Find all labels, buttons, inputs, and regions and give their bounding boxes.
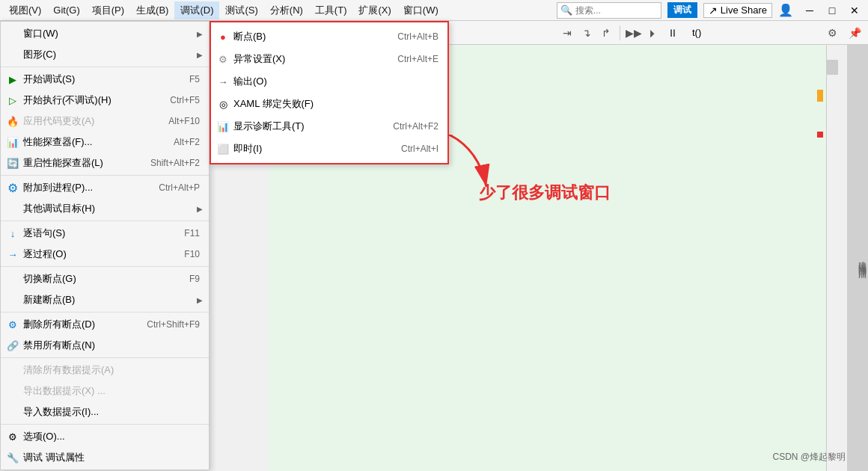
submenu-item-output[interactable]: → 输出(O) xyxy=(211,70,447,93)
menu-item-attach-shortcut: Ctrl+Alt+P xyxy=(144,182,200,193)
menu-item-toggle-bp-shortcut: F9 xyxy=(174,274,200,284)
settings-icon[interactable]: ⚙ xyxy=(823,24,841,42)
pin-icon[interactable]: 📌 xyxy=(846,24,864,42)
debug-toolbar-icon1[interactable]: ⇥ xyxy=(558,24,576,42)
export-data-tips-icon xyxy=(7,385,19,397)
dropdown-overlay: 窗口(W) 图形(C) ▶ 开始调试(S) F5 ▷ 开始执行(不调试)(H) … xyxy=(0,21,210,470)
maximize-button[interactable]: □ xyxy=(822,2,843,19)
apply-changes-icon: 🔥 xyxy=(7,115,19,127)
menu-extensions[interactable]: 扩展(X) xyxy=(352,1,397,19)
menu-analyze[interactable]: 分析(N) xyxy=(264,1,309,19)
debug-toolbar-icon2[interactable]: ↴ xyxy=(578,24,596,42)
submenu-item-exception[interactable]: ⚙ 异常设置(X) Ctrl+Alt+E xyxy=(211,48,447,70)
immediate-icon: ⬜ xyxy=(217,143,229,155)
menu-project[interactable]: 项目(P) xyxy=(86,1,130,19)
menu-item-restart-perf-shortcut: Shift+Alt+F2 xyxy=(135,158,200,168)
submenu-item-xaml[interactable]: ◎ XAML 绑定失败(F) xyxy=(211,93,447,115)
menu-item-step-into[interactable]: ↓ 逐语句(S) F11 xyxy=(1,223,209,244)
exception-icon: ⚙ xyxy=(217,53,229,65)
output-icon: → xyxy=(217,76,229,87)
submenu-item-immediate-shortcut: Ctrl+Alt+I xyxy=(386,144,438,154)
far-right-label: 建议溜溜溜溜溜 xyxy=(857,254,868,265)
breakpoints-icon: ● xyxy=(217,31,229,43)
menu-item-start-nodbg-shortcut: Ctrl+F5 xyxy=(155,95,200,105)
close-button[interactable]: ✕ xyxy=(844,2,865,19)
menu-item-other-targets[interactable]: 其他调试目标(H) xyxy=(1,198,209,219)
restart-perf-icon: 🔄 xyxy=(7,157,19,169)
menu-tools[interactable]: 工具(T) xyxy=(309,1,353,19)
menu-sep2 xyxy=(1,175,209,176)
menu-item-perf[interactable]: 📊 性能探查器(F)... Alt+F2 xyxy=(1,132,209,153)
menu-item-start-debug-label: 开始调试(S) xyxy=(23,73,170,86)
menu-item-new-bp[interactable]: 新建断点(B) xyxy=(1,289,209,310)
graphics-icon xyxy=(7,49,19,61)
menu-item-export-data-tips[interactable]: 导出数据提示(X) ... xyxy=(1,381,209,401)
menu-build[interactable]: 生成(B) xyxy=(130,1,174,19)
menu-item-window-label: 窗口(W) xyxy=(23,27,200,40)
menu-sep6 xyxy=(1,357,209,358)
menu-item-toggle-bp-label: 切换断点(G) xyxy=(23,272,170,286)
submenu-item-xaml-label: XAML 绑定失败(F) xyxy=(233,97,438,111)
live-share-icon: ↗ xyxy=(709,4,718,16)
menu-item-step-over[interactable]: → 逐过程(O) F10 xyxy=(1,244,209,265)
menu-item-import-data-tips[interactable]: 导入数据提示(I)... xyxy=(1,401,209,422)
new-bp-icon xyxy=(7,294,19,306)
menu-item-step-into-label: 逐语句(S) xyxy=(23,227,165,240)
menu-item-restart-perf[interactable]: 🔄 重启性能探查器(L) Shift+Alt+F2 xyxy=(1,153,209,173)
submenu-item-diag-shortcut: Ctrl+Alt+F2 xyxy=(378,121,438,132)
submenu-item-breakpoints-label: 断点(B) xyxy=(233,30,378,43)
search-input[interactable] xyxy=(575,5,650,16)
menu-sep7 xyxy=(1,424,209,425)
options-icon: ⚙ xyxy=(7,431,19,443)
menu-window[interactable]: 窗口(W) xyxy=(397,1,444,19)
delete-all-bp-icon: ⚙ xyxy=(7,318,19,330)
menu-item-clear-data-tips[interactable]: 清除所有数据提示(A) xyxy=(1,360,209,381)
menu-git[interactable]: Git(G) xyxy=(47,2,85,18)
annotation-text: 少了很多调试窗口 xyxy=(479,182,611,204)
submenu-item-breakpoints[interactable]: ● 断点(B) Ctrl+Alt+B xyxy=(211,25,447,48)
menu-item-perf-shortcut: Alt+F2 xyxy=(159,137,200,147)
menu-item-disable-all-bp-label: 禁用所有断点(N) xyxy=(23,339,200,352)
user-icon[interactable]: 👤 xyxy=(778,3,793,17)
minimize-button[interactable]: ─ xyxy=(799,2,820,19)
search-icon: 🔍 xyxy=(560,4,572,16)
debug-toolbar-icon3[interactable]: ↱ xyxy=(597,24,615,42)
menu-item-other-targets-label: 其他调试目标(H) xyxy=(23,202,200,215)
submenu-item-diag[interactable]: 📊 显示诊断工具(T) Ctrl+Alt+F2 xyxy=(211,115,447,138)
live-share-button[interactable]: ↗ Live Share xyxy=(703,3,772,18)
menu-item-debug-props[interactable]: 🔧 调试 调试属性 xyxy=(1,447,209,468)
window-icon xyxy=(7,28,19,40)
menu-item-delete-all-bp[interactable]: ⚙ 删除所有断点(D) Ctrl+Shift+F9 xyxy=(1,314,209,335)
menu-item-delete-all-bp-label: 删除所有断点(D) xyxy=(23,318,127,331)
submenu-item-immediate[interactable]: ⬜ 即时(I) Ctrl+Alt+I xyxy=(211,138,447,160)
scrollbar-thumb[interactable] xyxy=(827,60,838,75)
menu-item-step-into-shortcut: F11 xyxy=(169,228,200,238)
menu-item-disable-all-bp[interactable]: 🔗 禁用所有断点(N) xyxy=(1,335,209,356)
submenu-window: ● 断点(B) Ctrl+Alt+B ⚙ 异常设置(X) Ctrl+Alt+E … xyxy=(210,21,449,164)
menu-item-attach[interactable]: ⚙ 附加到进程(P)... Ctrl+Alt+P xyxy=(1,177,209,198)
menu-item-start-debug[interactable]: ▶ 开始调试(S) F5 xyxy=(1,69,209,90)
menu-debug[interactable]: 调试(D) xyxy=(174,1,219,19)
debug-toolbar-icon4[interactable]: ▶▶ xyxy=(625,24,643,42)
menu-item-window[interactable]: 窗口(W) xyxy=(1,23,209,44)
menu-item-toggle-bp[interactable]: 切换断点(G) F9 xyxy=(1,268,209,289)
debug-toolbar-icon6[interactable]: ⏸ xyxy=(664,24,682,42)
menu-test[interactable]: 测试(S) xyxy=(219,1,263,19)
other-targets-icon xyxy=(7,203,19,215)
scrollbar-area[interactable] xyxy=(826,45,838,471)
clear-data-tips-icon xyxy=(7,364,19,376)
menu-item-apply-changes[interactable]: 🔥 应用代码更改(A) Alt+F10 xyxy=(1,111,209,132)
menu-item-start-nodbg[interactable]: ▷ 开始执行(不调试)(H) Ctrl+F5 xyxy=(1,90,209,111)
menu-item-restart-perf-label: 重启性能探查器(L) xyxy=(23,156,131,170)
submenu-item-breakpoints-shortcut: Ctrl+Alt+B xyxy=(382,31,438,42)
menu-item-graphics[interactable]: 图形(C) xyxy=(1,44,209,65)
submenu-item-exception-label: 异常设置(X) xyxy=(233,52,378,66)
menu-view[interactable]: 视图(V) xyxy=(3,1,47,19)
primary-menu: 窗口(W) 图形(C) ▶ 开始调试(S) F5 ▷ 开始执行(不调试)(H) … xyxy=(0,21,210,470)
search-box[interactable]: 🔍 xyxy=(557,2,661,19)
debug-props-icon: 🔧 xyxy=(7,452,19,464)
marker-red xyxy=(817,132,823,138)
watermark: CSDN @烽起黎明 xyxy=(772,451,846,464)
menu-item-options[interactable]: ⚙ 选项(O)... xyxy=(1,426,209,447)
debug-toolbar-icon5[interactable]: ⏵ xyxy=(644,24,662,42)
